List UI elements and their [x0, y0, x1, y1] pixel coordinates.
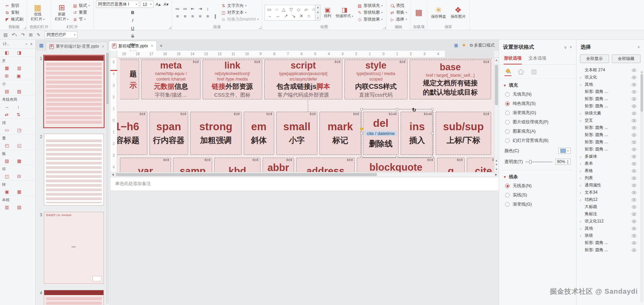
align-left-icon[interactable]: ≡	[174, 13, 181, 20]
left-strip-item[interactable]: ⇄ ⇅	[0, 111, 35, 119]
line-spacing-icon[interactable]: ↕	[205, 6, 211, 12]
left-strip-item[interactable]: 量	[0, 134, 35, 142]
copy-button[interactable]: ⧉复制	[4, 10, 24, 15]
selection-list-item[interactable]: 大标题	[576, 203, 644, 210]
apps-icon[interactable]: ❖	[462, 43, 466, 48]
selection-list-item[interactable]: 矩形: 圆角 ...	[576, 146, 644, 153]
left-strip-item[interactable]: ◰ ◱	[0, 142, 35, 149]
selection-list-item[interactable]: 矩形: 圆角 ...	[576, 138, 644, 146]
close-icon[interactable]: ×	[637, 45, 640, 50]
left-strip-item[interactable]: 齐	[0, 57, 35, 64]
tag-card[interactable]: ‖O‖ h1−h6 内容标题	[117, 112, 147, 155]
font-style-button[interactable]: U	[96, 25, 169, 32]
find-button[interactable]: 查找	[389, 3, 408, 9]
document-icon[interactable]: ▦	[39, 42, 44, 48]
selection-handle[interactable]	[396, 108, 398, 111]
shape-fill-button[interactable]: ▨形状填充▾	[356, 3, 384, 9]
size-properties-icon[interactable]	[531, 69, 537, 75]
slide-thumbnail-3[interactable]: 前端速查 | by: Sandaydi —	[44, 212, 104, 284]
select-button[interactable]: ▷选择▾	[389, 16, 408, 22]
chevron-down-icon[interactable]: ∨	[25, 42, 27, 46]
cut-button[interactable]: ✂剪切	[4, 3, 24, 9]
tag-card[interactable]: ‖O4‖ ins 插入	[401, 112, 434, 155]
font-family-select[interactable]: 阿里巴巴普惠体 I▾	[96, 1, 139, 8]
left-strip-item[interactable]: ↔ ↕	[0, 103, 35, 111]
chevron-down-icon[interactable]: ∨	[564, 45, 567, 50]
fill-paint-bucket-icon[interactable]	[505, 68, 511, 76]
visibility-eye-icon[interactable]	[632, 126, 636, 130]
tag-card[interactable]: ‖O‖ mark 标记	[319, 112, 361, 155]
dialog-launcher-icon[interactable]	[259, 26, 261, 29]
tag-card[interactable]: ‖O‖ base href / target[_blank/_self...] …	[410, 60, 491, 99]
fill-option-radio[interactable]: 图片或纹理填充(P)	[499, 118, 576, 127]
visibility-eye-icon[interactable]	[632, 184, 636, 187]
visibility-eye-icon[interactable]	[632, 248, 636, 252]
tag-card[interactable]: ‖O‖ meta name/http-equiv / content /char…	[141, 60, 201, 99]
selection-list-item[interactable]: › 块级元素	[576, 110, 644, 117]
reset-button[interactable]: ↺重置	[72, 10, 91, 15]
line-option-radio[interactable]: 实线(S)	[499, 191, 576, 200]
selection-list-item[interactable]: 矩形: 圆角 ...	[576, 246, 644, 254]
dialog-launcher-icon[interactable]	[24, 26, 26, 29]
left-strip-item[interactable]: ▥ ▤	[0, 203, 35, 211]
expand-arrow-icon[interactable]: ›	[580, 219, 583, 223]
scrollbar-thumb[interactable]	[495, 65, 498, 105]
visibility-eye-icon[interactable]	[632, 212, 636, 216]
left-strip-item[interactable]: ▭ ◳	[0, 126, 35, 134]
left-strip-item[interactable]: 排	[0, 119, 35, 126]
font-style-button[interactable]: abc	[96, 41, 169, 47]
previous-slide-button[interactable]: ▲	[495, 159, 498, 162]
visibility-eye-icon[interactable]	[632, 148, 636, 151]
show-all-button[interactable]: 全部显示	[580, 54, 609, 63]
expand-arrow-icon[interactable]: ›	[580, 111, 583, 115]
left-strip-item[interactable]: ▣ ▦	[0, 188, 35, 196]
visibility-eye-icon[interactable]	[632, 105, 636, 108]
smartart-button[interactable]: ⧉转换为SmartArt▾	[220, 16, 259, 22]
selection-list-item[interactable]: › 表格	[576, 167, 644, 174]
hide-all-button[interactable]: 全部隐藏	[612, 54, 641, 63]
selection-list-item[interactable]: › 结构12	[576, 196, 644, 203]
vertical-scrollbar[interactable]: ▲ ▲ ▼ ▼	[494, 58, 499, 172]
visibility-eye-icon[interactable]	[632, 198, 636, 202]
left-strip-item[interactable]: 本框	[0, 196, 35, 203]
visibility-eye-icon[interactable]	[632, 97, 636, 101]
numbering-icon[interactable]: ≕	[182, 6, 188, 12]
visibility-eye-icon[interactable]	[632, 220, 636, 223]
left-strip-item[interactable]: ▧ ▩	[0, 157, 35, 165]
tag-card[interactable]: ‖O‖ kbd 键盘输入	[214, 158, 260, 172]
dialog-launcher-icon[interactable]	[383, 26, 386, 29]
fill-option-radio[interactable]: 图案填充(A)	[499, 127, 576, 136]
expand-arrow-icon[interactable]: ›	[580, 162, 583, 166]
visibility-eye-icon[interactable]	[632, 83, 636, 86]
selection-list-item[interactable]: 角标注	[576, 210, 644, 218]
left-strip-item[interactable]: 小	[0, 80, 35, 87]
left-strip-item[interactable]: 板	[0, 149, 35, 157]
tag-card[interactable]: ‖O‖ abbr title 缩写	[263, 158, 294, 172]
scroll-left-icon[interactable]: ◀	[110, 173, 115, 176]
visibility-eye-icon[interactable]	[632, 112, 636, 115]
left-strip-item[interactable]: ▤ ▨	[0, 87, 35, 95]
close-icon[interactable]: ×	[570, 45, 572, 50]
shape-gallery-scroll[interactable]: ▲ ▼ ≡	[315, 5, 320, 21]
shape-outline-button[interactable]: ✎形状轮廓▾	[356, 10, 384, 15]
selection-list-item[interactable]: 矩形: 圆角 ...	[576, 95, 644, 102]
tag-card[interactable]: ‖O‖ span 行内容器	[149, 112, 188, 155]
line-section-header[interactable]: ▼ 线条	[499, 170, 576, 181]
tag-card[interactable]: ‖O‖ blockquote cite定义引用来源 长引用	[357, 158, 435, 172]
selection-list-item[interactable]: 矩形: 圆角 ...	[576, 239, 644, 246]
shape-effects-button[interactable]: ◇形状效果▾	[356, 16, 384, 22]
tag-card[interactable]: ‖O‖ q 短引用	[437, 158, 464, 172]
expand-arrow-icon[interactable]: ›	[580, 119, 583, 123]
tag-card[interactable]: ‖O‖ small 小字	[276, 112, 318, 155]
tag-card[interactable]: ‖O4‖ del cite / datetime 删除线	[363, 112, 399, 155]
bullets-icon[interactable]: ≔	[174, 6, 181, 12]
text-direction-button[interactable]: ⇅文字方向▾	[220, 3, 259, 9]
stepper-icons[interactable]: ▲▼	[567, 159, 569, 164]
scroll-right-icon[interactable]: ▶	[494, 173, 499, 176]
selection-list-item[interactable]: › 文本34	[576, 189, 644, 196]
thumbnails-scrollbar[interactable]	[106, 52, 109, 304]
transparency-slider[interactable]	[525, 161, 552, 162]
justify-icon[interactable]: ≡	[197, 13, 203, 20]
multi-window-button[interactable]: ⧉ 多窗口模式	[470, 42, 495, 48]
scroll-up-icon[interactable]: ▲	[641, 71, 643, 73]
